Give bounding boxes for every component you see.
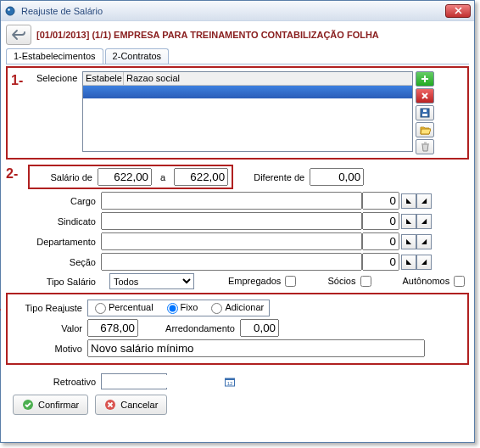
- cargo-label: Cargo: [28, 196, 101, 206]
- sindicato-label: Sindicato: [28, 216, 101, 227]
- retroativo-input[interactable]: [103, 375, 224, 388]
- step2-label: 2-: [6, 166, 18, 182]
- secao-lookup-right[interactable]: ◢: [416, 255, 432, 270]
- sindicato-code-input[interactable]: [362, 212, 399, 230]
- adicionar-option[interactable]: Adicionar: [209, 302, 264, 314]
- salario-de-label: Salário de: [33, 172, 98, 182]
- cargo-code-input[interactable]: [362, 192, 399, 210]
- arredondamento-input[interactable]: [240, 319, 279, 337]
- valor-label: Valor: [11, 323, 87, 333]
- socios-label[interactable]: Sócios: [327, 276, 373, 288]
- grid-col-estabelecimento[interactable]: Estabele: [83, 72, 124, 85]
- floppy-icon: [420, 108, 430, 118]
- close-button[interactable]: [445, 4, 471, 18]
- tipo-reajuste-group: Percentual Fixo Adicionar: [87, 300, 270, 316]
- empregados-label[interactable]: Empregados: [228, 276, 299, 288]
- close-icon: [455, 7, 462, 14]
- adicionar-radio[interactable]: [211, 303, 222, 314]
- sindicato-lookup-left[interactable]: ◣: [401, 214, 416, 229]
- tipo-reajuste-label: Tipo Reajuste: [11, 303, 87, 313]
- step1-box: 1- Selecione Estabele Razao social: [6, 66, 469, 160]
- svg-rect-4: [423, 109, 427, 112]
- retroativo-input-wrapper: 12: [101, 373, 167, 389]
- departamento-lookup-left[interactable]: ◣: [401, 234, 416, 249]
- check-icon: [22, 399, 34, 411]
- window-title: Reajuste de Salário: [21, 6, 445, 16]
- step3-label: 3-: [0, 301, 1, 316]
- arredondamento-label: Arredondamento: [138, 323, 240, 333]
- secao-code-input[interactable]: [362, 253, 399, 271]
- x-icon: [420, 91, 430, 101]
- motivo-input[interactable]: [87, 339, 425, 357]
- step1-label: 1-: [11, 73, 23, 88]
- fixo-radio[interactable]: [167, 303, 178, 314]
- sindicato-lookup-right[interactable]: ◢: [416, 214, 432, 229]
- plus-icon: [420, 74, 430, 84]
- svg-rect-8: [226, 378, 235, 380]
- back-arrow-icon: [11, 29, 26, 41]
- salary-range-box: Salário de a: [28, 165, 233, 189]
- svg-rect-5: [421, 143, 429, 145]
- step3-box: 3- Tipo Reajuste Percentual Fixo Adicion…: [6, 293, 469, 365]
- cargo-lookup-left[interactable]: ◣: [401, 193, 416, 209]
- tab-contratos[interactable]: 2-Contratos: [105, 48, 169, 64]
- trash-button[interactable]: [416, 139, 434, 154]
- secao-label: Seção: [28, 257, 101, 267]
- calendar-button[interactable]: 12: [224, 376, 236, 388]
- salario-ate-input[interactable]: [174, 168, 228, 186]
- back-button[interactable]: [6, 25, 31, 45]
- svg-text:12: 12: [227, 381, 233, 386]
- departamento-label: Departamento: [28, 237, 101, 247]
- trash-icon: [421, 142, 430, 152]
- calendar-icon: 12: [224, 376, 236, 388]
- svg-point-1: [8, 8, 9, 10]
- departamento-input[interactable]: [101, 232, 362, 250]
- cargo-lookup-right[interactable]: ◢: [416, 193, 432, 209]
- secao-input[interactable]: [101, 253, 362, 271]
- app-icon: [4, 5, 16, 17]
- retroativo-label: Retroativo: [28, 377, 101, 387]
- motivo-label: Motivo: [11, 344, 87, 354]
- cancelar-button[interactable]: Cancelar: [95, 395, 167, 415]
- a-label: a: [152, 172, 174, 182]
- open-button[interactable]: [416, 122, 434, 137]
- grid-header: Estabele Razao social: [83, 72, 412, 86]
- svg-rect-6: [424, 143, 427, 144]
- autonomos-checkbox[interactable]: [454, 276, 465, 287]
- autonomos-label[interactable]: Autônomos: [403, 276, 468, 288]
- empregados-checkbox[interactable]: [285, 276, 296, 287]
- delete-row-button[interactable]: [416, 88, 434, 104]
- fixo-option[interactable]: Fixo: [165, 302, 198, 314]
- departamento-lookup-right[interactable]: ◢: [416, 234, 432, 249]
- departamento-code-input[interactable]: [362, 232, 399, 250]
- tipo-salario-select[interactable]: Todos: [109, 273, 194, 289]
- folder-open-icon: [420, 126, 431, 135]
- svg-rect-3: [422, 114, 427, 116]
- cargo-input[interactable]: [101, 192, 362, 210]
- establishments-grid[interactable]: Estabele Razao social: [82, 71, 413, 152]
- secao-lookup-left[interactable]: ◣: [401, 255, 416, 270]
- diferente-input[interactable]: [310, 168, 364, 186]
- selecione-label: Selecione: [36, 71, 82, 83]
- page-header: [01/01/2013] (1/1) EMPRESA PARA TREINAME…: [36, 30, 379, 40]
- grid-col-razao[interactable]: Razao social: [124, 72, 412, 85]
- grid-selected-row[interactable]: [83, 86, 412, 98]
- save-button[interactable]: [416, 105, 434, 120]
- percentual-option[interactable]: Percentual: [93, 302, 153, 314]
- percentual-radio[interactable]: [95, 303, 106, 314]
- sindicato-input[interactable]: [101, 212, 362, 230]
- dialog-window: Reajuste de Salário [01/01/2013] (1/1) E…: [0, 0, 475, 443]
- cancel-icon: [104, 399, 116, 411]
- confirmar-button[interactable]: Confirmar: [13, 395, 88, 415]
- tabs: 1-Estabelecimentos 2-Contratos: [6, 48, 469, 64]
- salario-de-input[interactable]: [98, 168, 152, 186]
- tipo-salario-label: Tipo Salário: [28, 277, 101, 287]
- valor-input[interactable]: [87, 319, 138, 337]
- titlebar: Reajuste de Salário: [1, 1, 474, 21]
- svg-point-0: [6, 7, 14, 15]
- tab-estabelecimentos[interactable]: 1-Estabelecimentos: [6, 48, 103, 64]
- socios-checkbox[interactable]: [360, 276, 371, 287]
- diferente-label: Diferente de: [233, 172, 310, 182]
- add-row-button[interactable]: [416, 71, 434, 87]
